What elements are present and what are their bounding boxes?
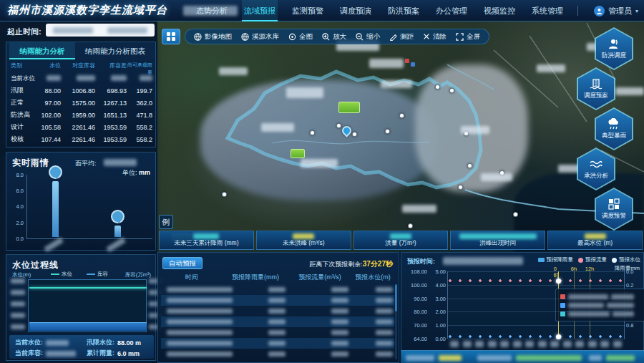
map-station-marker[interactable]: [385, 129, 390, 134]
cell-value: 88.00: [38, 87, 61, 95]
stat-peak-time[interactable]: 洪峰出现时间: [450, 231, 545, 250]
water-level-chart[interactable]: [28, 279, 147, 332]
blurred-value-cell: [331, 352, 348, 357]
tab-rain-capacity-analysis[interactable]: 纳雨能力分析: [9, 42, 75, 59]
blurred-status-value: [516, 355, 582, 361]
cell-value: 1959.00: [61, 112, 95, 119]
map-station-marker[interactable]: [336, 123, 341, 128]
scrollbar-thumb[interactable]: [395, 284, 397, 311]
flow-series-line: [448, 279, 625, 282]
stat-future-peak-flow[interactable]: 未来洪峰 (m³/s): [256, 231, 351, 250]
cell-value: 2261.46: [61, 124, 95, 131]
legend-flow[interactable]: 预报流量: [578, 256, 607, 263]
nav-monitor-warning[interactable]: 监测预警: [290, 0, 326, 21]
legend-swatch: [87, 274, 95, 275]
forecast-chart-plot[interactable]: 0时 6h 12h: [447, 271, 625, 339]
blurred-value-cell: [268, 298, 286, 303]
table-row[interactable]: 汛限88.001006.80698.93199.7: [11, 84, 152, 97]
col-header: 预报降雨量(mm): [223, 273, 288, 282]
blurred-x-label: [538, 341, 547, 347]
blurred-end-date: [107, 27, 147, 34]
table-row[interactable]: [161, 306, 394, 316]
toolbar-imagery-map[interactable]: 影像地图: [194, 32, 232, 42]
toolbar-clear[interactable]: 清除: [423, 32, 447, 42]
date-range-input[interactable]: [46, 24, 155, 37]
nav-system-management[interactable]: 系统管理: [530, 0, 565, 21]
blurred-forecast-time-select[interactable]: [443, 257, 523, 265]
gridline: [448, 339, 625, 339]
map-station-marker[interactable]: [399, 113, 404, 118]
level-axis-tick: 108.00: [401, 268, 427, 275]
table-row[interactable]: [161, 349, 394, 359]
table-row[interactable]: [161, 338, 394, 349]
map-station-marker[interactable]: [458, 185, 463, 190]
table-row-current-level[interactable]: 当前水位: [11, 72, 152, 84]
table-row[interactable]: 校核107.442261.461953.59558.2: [11, 133, 152, 145]
map-station-marker[interactable]: [467, 163, 472, 168]
user-menu[interactable]: 管理员 ▾: [594, 0, 638, 21]
hex-label: 防洪调度: [602, 52, 626, 60]
map-station-marker[interactable]: [449, 88, 454, 93]
rain-axis-tick: 0.8: [626, 322, 643, 329]
map-station-marker[interactable]: [513, 212, 518, 217]
map-red-marker[interactable]: [405, 59, 409, 63]
date-range-label: 起止时间:: [7, 26, 42, 37]
realtime-rain-panel: 实时雨情 面平均: 单位: mm 8.0 6.0 4.0 2.0 0.0: [6, 152, 156, 251]
rain-bar[interactable]: [114, 226, 121, 237]
blurred-time-cell: [167, 287, 233, 292]
tab-rain-capacity-chart[interactable]: 纳雨能力分析图表: [77, 42, 154, 59]
map-apps-launcher-button[interactable]: [162, 29, 180, 44]
map-blurred-label: [301, 159, 338, 168]
stat-max-level[interactable]: 最高水位 (m): [547, 231, 643, 250]
legend-level[interactable]: 预报水位: [612, 256, 640, 263]
toolbar-measure[interactable]: 测距: [389, 32, 414, 42]
map-station-marker[interactable]: [222, 192, 227, 197]
toolbar-fullscreen[interactable]: 全屏: [456, 32, 480, 42]
stat-flood-volume[interactable]: 洪量 (万m³): [353, 231, 449, 250]
map-station-marker[interactable]: [435, 84, 440, 89]
toolbar-zoom-out[interactable]: 缩小: [356, 32, 380, 42]
main-nav: 态势分析 流域预报 监测预警 调度预演 防洪预案 办公管理 视频监控 系统管理: [194, 0, 578, 21]
blurred-x-label: [613, 341, 622, 347]
map-green-label[interactable]: [338, 102, 360, 113]
map-blurred-label: [615, 87, 644, 95]
map-blue-marker[interactable]: [411, 62, 415, 67]
stat-rain-3day[interactable]: 未来三天累计降雨 (mm): [159, 231, 254, 250]
map-station-marker[interactable]: [352, 132, 357, 137]
nav-video-monitor[interactable]: 视频监控: [482, 0, 517, 21]
basin-map[interactable]: 影像地图 溪源水库 全图 放大 缩小 测距: [157, 21, 644, 252]
table-row[interactable]: [161, 316, 394, 327]
nav-flood-plan[interactable]: 防洪预案: [386, 0, 421, 21]
auto-forecast-button[interactable]: 自动预报: [162, 257, 203, 269]
table-row[interactable]: [161, 284, 394, 295]
nav-basin-forecast[interactable]: 流域预报: [242, 0, 278, 21]
legend-rainfall[interactable]: 预报降雨量: [538, 256, 574, 263]
toolbar-xiyuan-reservoir[interactable]: 溪源水库: [241, 32, 279, 42]
map-station-marker[interactable]: [408, 223, 413, 228]
toolbar-full-extent[interactable]: 全图: [288, 32, 313, 42]
table-row[interactable]: 防洪高102.001959.001651.13471.8: [11, 109, 152, 121]
map-blurred-label: [219, 67, 248, 75]
legend-water-level[interactable]: 水位: [51, 271, 72, 278]
legend-storage[interactable]: 库容: [87, 271, 108, 278]
stat-label: 汛限水位:: [87, 338, 114, 347]
table-row[interactable]: 设计105.582261.461953.59558.2: [11, 121, 152, 133]
stat-tab-label: 未来三天累计降雨 (mm): [160, 239, 253, 248]
nav-situation-analysis[interactable]: 态势分析: [194, 0, 230, 21]
rain-bar[interactable]: [52, 181, 59, 237]
table-row[interactable]: [161, 327, 394, 338]
cell-value: 471.8: [127, 112, 152, 119]
nav-office-management[interactable]: 办公管理: [434, 0, 469, 21]
map-green-label[interactable]: [291, 149, 305, 158]
nav-dispatch-rehearsal[interactable]: 调度预演: [338, 0, 374, 21]
toolbar-zoom-in[interactable]: 放大: [322, 32, 346, 42]
map-legend-button[interactable]: 例: [159, 215, 173, 229]
blurred-x-label: [600, 341, 609, 347]
table-row[interactable]: 正常97.001575.001267.13362.0: [11, 97, 152, 109]
blurred-y-tick: [11, 279, 25, 284]
table-row[interactable]: [161, 295, 394, 306]
level-axis-tick: 100.00: [401, 282, 427, 289]
hex-label: 承洪分析: [584, 172, 608, 180]
blurred-cell: [61, 75, 95, 82]
map-station-marker[interactable]: [310, 130, 315, 135]
